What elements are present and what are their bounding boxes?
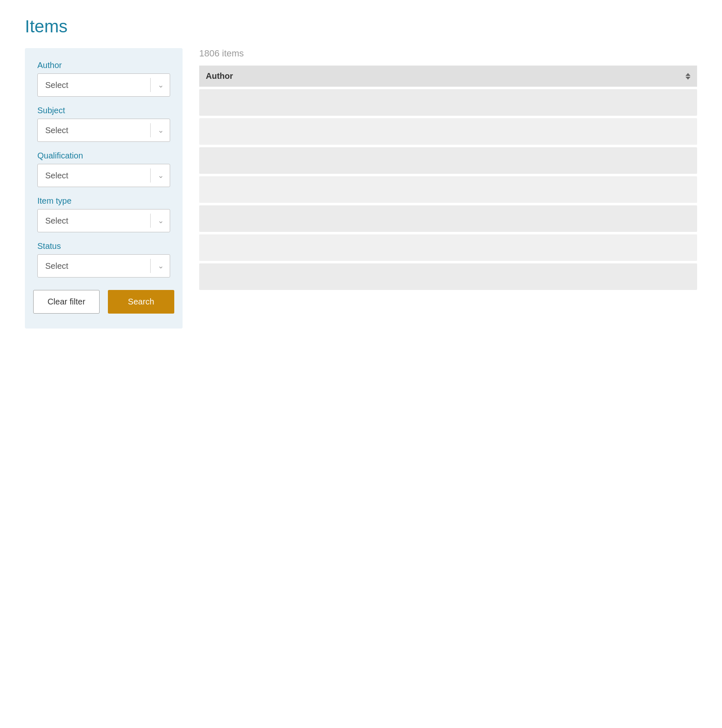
subject-filter-label: Subject	[37, 106, 170, 115]
qualification-select[interactable]: Select	[38, 164, 170, 187]
table-row	[199, 89, 697, 116]
table-row	[199, 234, 697, 261]
author-filter-group: Author Select ⌄	[37, 61, 170, 97]
status-filter-label: Status	[37, 241, 170, 251]
sort-icon	[685, 73, 690, 80]
author-select[interactable]: Select	[38, 74, 170, 96]
results-panel: 1806 items Author	[199, 48, 697, 292]
qualification-filter-group: Qualification Select ⌄	[37, 151, 170, 187]
results-table-header[interactable]: Author	[199, 66, 697, 87]
table-row	[199, 176, 697, 203]
sort-down-icon	[685, 77, 690, 80]
results-count: 1806 items	[199, 48, 697, 59]
table-row	[199, 263, 697, 290]
status-select-wrapper: Select ⌄	[37, 254, 170, 278]
item-type-select[interactable]: Select	[38, 209, 170, 232]
table-row	[199, 205, 697, 232]
clear-filter-button[interactable]: Clear filter	[33, 290, 100, 314]
item-type-filter-group: Item type Select ⌄	[37, 196, 170, 232]
search-button[interactable]: Search	[108, 290, 174, 314]
author-select-wrapper: Select ⌄	[37, 73, 170, 97]
status-select[interactable]: Select	[38, 255, 170, 277]
page-title: Items	[25, 17, 697, 37]
filter-panel: Author Select ⌄ Subject Select ⌄ Quali	[25, 48, 183, 329]
table-row	[199, 147, 697, 174]
button-row: Clear filter Search	[37, 290, 170, 314]
subject-select[interactable]: Select	[38, 119, 170, 141]
item-type-filter-label: Item type	[37, 196, 170, 206]
qualification-select-wrapper: Select ⌄	[37, 164, 170, 187]
subject-select-wrapper: Select ⌄	[37, 119, 170, 142]
item-type-select-wrapper: Select ⌄	[37, 209, 170, 232]
subject-filter-group: Subject Select ⌄	[37, 106, 170, 142]
status-filter-group: Status Select ⌄	[37, 241, 170, 278]
author-column-header-label: Author	[206, 71, 233, 81]
sort-up-icon	[685, 73, 690, 76]
qualification-filter-label: Qualification	[37, 151, 170, 161]
main-layout: Author Select ⌄ Subject Select ⌄ Quali	[25, 48, 697, 329]
table-row	[199, 118, 697, 145]
author-filter-label: Author	[37, 61, 170, 70]
